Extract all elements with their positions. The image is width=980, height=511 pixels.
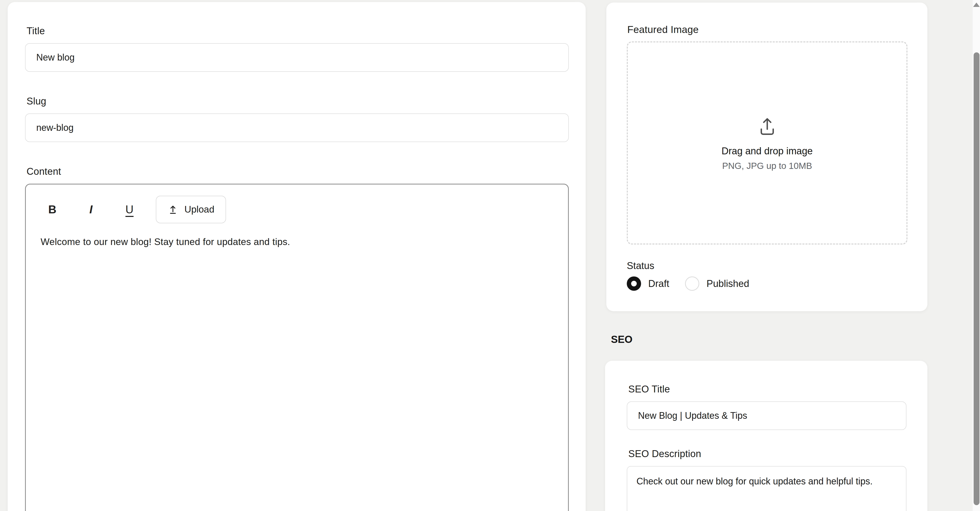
seo-description-label: SEO Description	[628, 448, 907, 459]
upload-tray-icon	[756, 115, 778, 137]
content-editor: B I U Upload Welcome to our new blog! St…	[25, 184, 569, 511]
status-radio-group: Draft Published	[627, 277, 907, 291]
underline-button[interactable]: U	[117, 196, 142, 223]
blog-editor-page: Title Slug Content B I U Upload Welcome	[0, 0, 980, 511]
seo-title-label: SEO Title	[628, 384, 907, 395]
seo-section-heading: SEO	[611, 334, 632, 345]
seo-title-input[interactable]	[627, 401, 907, 430]
upload-arrow-icon	[167, 204, 178, 215]
upload-button[interactable]: Upload	[156, 196, 226, 223]
seo-card: SEO Title SEO Description Check out our …	[605, 361, 928, 511]
title-label: Title	[27, 25, 569, 37]
post-editor-card: Title Slug Content B I U Upload Welcome	[8, 2, 585, 511]
content-label: Content	[27, 166, 569, 177]
dropzone-hint: PNG, JPG up to 10MB	[722, 161, 812, 171]
slug-label: Slug	[27, 96, 569, 107]
radio-selected-icon	[627, 277, 641, 291]
bold-button[interactable]: B	[40, 196, 65, 223]
scrollbar[interactable]	[972, 0, 980, 511]
scroll-up-arrow-icon[interactable]	[973, 3, 980, 7]
status-draft-label: Draft	[648, 278, 669, 289]
dropzone-title: Drag and drop image	[722, 146, 813, 157]
featured-image-label: Featured Image	[627, 24, 907, 35]
slug-input[interactable]	[25, 113, 569, 142]
content-textarea[interactable]: Welcome to our new blog! Stay tuned for …	[41, 237, 554, 247]
italic-button[interactable]: I	[79, 196, 103, 223]
image-dropzone[interactable]: Drag and drop image PNG, JPG up to 10MB	[627, 41, 907, 245]
content-toolbar: B I U Upload	[40, 196, 554, 223]
title-input[interactable]	[25, 43, 569, 72]
scrollbar-thumb[interactable]	[974, 53, 980, 505]
status-published-label: Published	[706, 278, 749, 289]
seo-description-textarea[interactable]: Check out our new blog for quick updates…	[627, 466, 907, 511]
status-draft-radio[interactable]: Draft	[627, 277, 669, 291]
featured-image-card: Featured Image Drag and drop image PNG, …	[606, 3, 928, 311]
status-label: Status	[627, 260, 907, 271]
radio-unselected-icon	[685, 277, 699, 291]
upload-button-label: Upload	[185, 204, 214, 215]
status-published-radio[interactable]: Published	[685, 277, 749, 291]
